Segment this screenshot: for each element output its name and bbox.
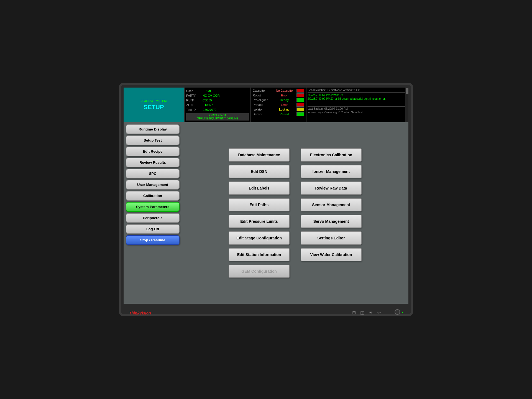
sidebar-item-calibration[interactable]: Calibration: [126, 191, 180, 201]
isolator-value: Locking: [272, 108, 296, 111]
monitor: 02/09/23 07:52 PM SETUP User EPIMET PART…: [119, 83, 413, 316]
testid-label: Test ID: [186, 108, 201, 111]
right-button-column: Electronics Calibration Ionizer Manageme…: [301, 148, 362, 278]
edit-station-information-button[interactable]: Edit Station Information: [229, 248, 290, 261]
setup-title: SETUP: [144, 104, 164, 111]
gem-configuration-button: GEM Configuration: [229, 265, 290, 278]
run-label: RUN#: [186, 99, 201, 102]
robot-row: Robot Error: [253, 93, 304, 97]
testid-value: E7027072: [203, 108, 216, 111]
sidebar-item-review-results[interactable]: Review Results: [126, 158, 180, 167]
user-row: User EPIMET: [186, 89, 249, 93]
prealigner-value: Ready: [272, 98, 296, 102]
edit-paths-button[interactable]: Edit Paths: [229, 198, 290, 211]
zone-row: ZONE E13927: [186, 103, 249, 107]
run-value: CS055: [203, 99, 212, 102]
sidebar: Runtime Display Setup Test Edit Recipe R…: [124, 122, 182, 304]
ionizer-info: Ionizer Days Remaining: 0 Contact SemiTe…: [308, 111, 407, 114]
header-left: 02/09/23 07:52 PM SETUP: [124, 88, 185, 122]
electronics-calibration-button[interactable]: Electronics Calibration: [301, 148, 362, 162]
sidebar-item-log-off[interactable]: Log Off: [126, 224, 180, 234]
button-grid: Database Maintenance Edit DSN Edit Label…: [229, 148, 362, 278]
preface-value: Error: [272, 103, 296, 106]
sensor-label: Sensor: [253, 112, 272, 116]
robot-label: Robot: [253, 94, 272, 97]
edit-stage-configuration-button[interactable]: Edit Stage Configuration: [229, 231, 290, 245]
main-body: Runtime Display Setup Test Edit Recipe R…: [124, 122, 408, 304]
last-backup: Last Backup: 05/29/04 11:00 PM: [308, 106, 407, 110]
log-scroll-thumb[interactable]: [406, 88, 408, 94]
header-log: Serial Number: E7 Software Version: 2.1.…: [306, 88, 408, 122]
prealigner-row: Pre-aligner Ready: [253, 98, 304, 102]
robot-indicator: [296, 93, 304, 97]
robot-value: Error: [272, 94, 296, 97]
monitor-ctrl-4[interactable]: ↩: [377, 310, 381, 315]
log-entry-2: 2/9/23,7:49:02 PM,Error 65 occurred at s…: [308, 97, 407, 101]
review-raw-data-button[interactable]: Review Raw Data: [301, 181, 362, 195]
content-area: Database Maintenance Edit DSN Edit Label…: [182, 122, 408, 304]
sidebar-item-peripherals[interactable]: Peripherals: [126, 213, 180, 223]
isolator-indicator: [296, 108, 304, 111]
ionizer-management-button[interactable]: Ionizer Management: [301, 165, 362, 178]
sensor-row: Sensor Raised: [253, 112, 304, 116]
header-cassette: Cassette No Cassette Robot Error Pre-ali…: [251, 88, 306, 122]
sidebar-item-setup-test[interactable]: Setup Test: [126, 135, 180, 145]
cassette-indicator: [296, 89, 304, 93]
power-button[interactable]: [395, 309, 400, 315]
preface-indicator: [296, 103, 304, 107]
cassette-label: Cassette: [253, 89, 272, 92]
serial-info: Serial Number: E7 Software Version: 2.1.…: [308, 89, 407, 93]
screen: 02/09/23 07:52 PM SETUP User EPIMET PART…: [124, 88, 408, 304]
monitor-ctrl-2[interactable]: ◫: [360, 310, 364, 315]
sensor-indicator: [296, 112, 304, 116]
zone-label: ZONE: [186, 103, 201, 107]
log-entry-1: 2/9/23,7:46:57 PM,Power Up: [308, 93, 407, 97]
sidebar-item-runtime-display[interactable]: Runtime Display: [126, 124, 180, 134]
part-row: PART# NC CV COR: [186, 94, 249, 97]
isolator-row: Isolator Locking: [253, 108, 304, 111]
left-button-column: Database Maintenance Edit DSN Edit Label…: [229, 148, 290, 278]
user-label: User: [186, 89, 201, 93]
monitor-bezel-bottom: ThinkVision ⊞ ◫ ☀ ↩: [124, 304, 408, 318]
run-row: RUN# CS055: [186, 99, 249, 102]
isolator-label: Isolator: [253, 108, 272, 111]
header-system-info: User EPIMET PART# NC CV COR RUN# CS055 Z…: [185, 88, 251, 122]
sidebar-item-system-parameters[interactable]: System Parameters: [126, 202, 180, 212]
cassette-row: Cassette No Cassette: [253, 89, 304, 93]
edit-labels-button[interactable]: Edit Labels: [229, 181, 290, 195]
prealigner-indicator: [296, 98, 304, 102]
part-label: PART#: [186, 94, 201, 97]
view-wafer-calibration-button[interactable]: View Wafer Calibration: [301, 248, 362, 261]
sensor-management-button[interactable]: Sensor Management: [301, 198, 362, 211]
sidebar-item-spc[interactable]: SPC: [126, 169, 180, 178]
log-scrollbar[interactable]: [405, 88, 408, 122]
edit-dsn-button[interactable]: Edit DSN: [229, 165, 290, 178]
servo-management-button[interactable]: Servo Management: [301, 215, 362, 228]
monitor-controls: ⊞ ◫ ☀ ↩: [352, 310, 381, 315]
preface-label: Preface: [253, 103, 272, 106]
monitor-ctrl-1[interactable]: ⊞: [352, 310, 356, 315]
preface-row: Preface Error: [253, 103, 304, 107]
prealigner-label: Pre-aligner: [253, 98, 272, 102]
monitor-brand: ThinkVision: [129, 311, 151, 315]
settings-editor-button[interactable]: Settings Editor: [301, 231, 362, 245]
edit-pressure-limits-button[interactable]: Edit Pressure Limits: [229, 215, 290, 228]
power-light: [402, 312, 403, 313]
testid-row: Test ID E7027072: [186, 108, 249, 111]
sidebar-item-stop-resume[interactable]: Stop / Resume: [126, 235, 180, 245]
sidebar-item-edit-recipe[interactable]: Edit Recipe: [126, 147, 180, 156]
database-maintenance-button[interactable]: Database Maintenance: [229, 148, 290, 162]
cassette-value: No Cassette: [272, 89, 296, 92]
sensor-value: Raised: [272, 112, 296, 116]
sidebar-item-user-management[interactable]: User Management: [126, 180, 180, 190]
part-value: NC CV COR: [203, 94, 220, 97]
monitor-ctrl-brightness[interactable]: ☀: [369, 310, 373, 315]
user-value: EPIMET: [203, 89, 214, 93]
zone-value: E13927: [203, 103, 213, 107]
enable-status: ENABLE/NOT OFFLINE/EQUIPMENT OFFLINE: [186, 113, 249, 121]
header: 02/09/23 07:52 PM SETUP User EPIMET PART…: [124, 88, 408, 122]
datetime: 02/09/23 07:52 PM: [141, 99, 167, 103]
